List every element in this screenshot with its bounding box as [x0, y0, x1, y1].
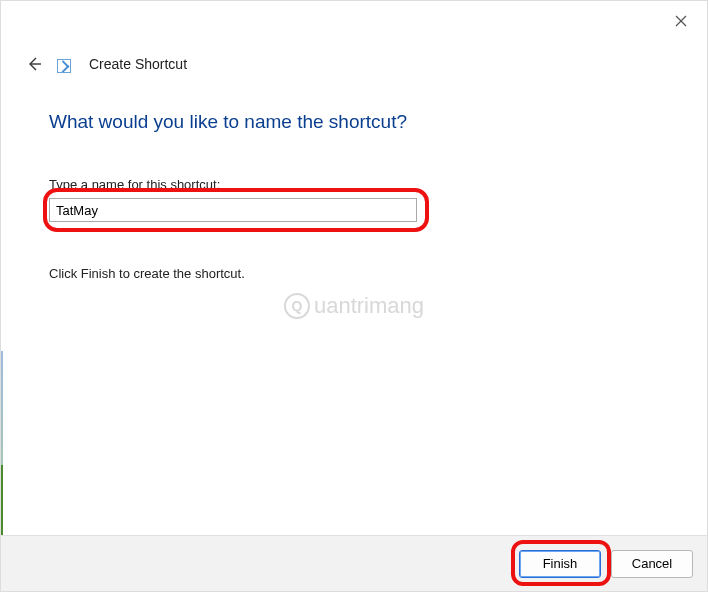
finish-button[interactable]: Finish — [519, 550, 601, 578]
header: Create Shortcut — [1, 1, 707, 75]
page-heading: What would you like to name the shortcut… — [49, 111, 659, 133]
watermark-text: uantrimang — [314, 293, 424, 319]
instruction-text: Click Finish to create the shortcut. — [49, 266, 659, 281]
name-input-wrap — [49, 198, 417, 222]
back-button[interactable] — [23, 53, 45, 75]
watermark-icon: Q — [284, 293, 310, 319]
close-button[interactable] — [669, 9, 693, 33]
shortcut-icon — [57, 59, 71, 73]
content-area: What would you like to name the shortcut… — [1, 75, 707, 281]
window-title: Create Shortcut — [89, 56, 187, 72]
finish-button-wrap: Finish — [519, 550, 601, 578]
cancel-button[interactable]: Cancel — [611, 550, 693, 578]
shortcut-name-input[interactable] — [49, 198, 417, 222]
back-arrow-icon — [25, 55, 43, 73]
button-bar: Finish Cancel — [1, 535, 707, 591]
watermark: Q uantrimang — [284, 293, 424, 319]
name-field-label: Type a name for this shortcut: — [49, 177, 659, 192]
edge-decoration-grass — [1, 465, 3, 535]
close-icon — [675, 15, 687, 27]
